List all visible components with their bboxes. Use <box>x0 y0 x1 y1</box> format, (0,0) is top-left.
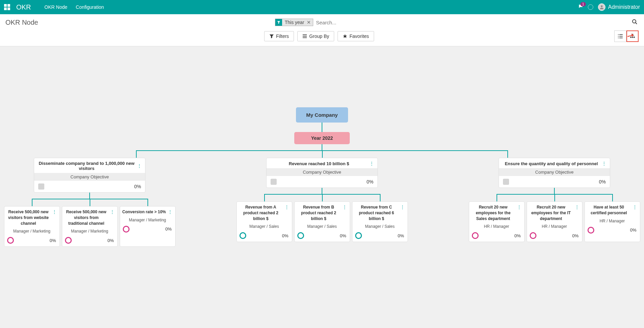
app-name[interactable]: OKR <box>16 3 31 11</box>
key-result-card[interactable]: Revenue from C product reached 6 billion… <box>352 201 408 242</box>
activity-icon[interactable] <box>588 4 593 10</box>
favorites-button[interactable]: Favorites <box>338 31 374 41</box>
key-result-card[interactable]: Conversion rate > 10% ⋮ Manager / Market… <box>120 206 176 247</box>
filter-tag-label: This year <box>282 19 306 26</box>
svg-rect-14 <box>632 37 633 38</box>
svg-rect-5 <box>303 38 307 38</box>
filters-button[interactable]: Filters <box>264 31 294 41</box>
svg-line-2 <box>636 23 637 24</box>
svg-rect-4 <box>303 36 307 37</box>
objective-title: Disseminate company brand to 1,000,000 n… <box>38 161 136 171</box>
owner-avatar-icon <box>38 183 44 190</box>
topbar-right: 1 Administrator <box>578 3 640 11</box>
groupby-button[interactable]: Group By <box>297 31 334 41</box>
owner-avatar-icon <box>239 232 246 239</box>
kebab-menu-icon[interactable]: ⋮ <box>136 163 143 169</box>
objective-progress: 0% <box>134 184 141 189</box>
key-result-owner: HR / Manager <box>469 223 524 230</box>
control-panel: OKR Node This year ✕ Filters Group <box>0 14 644 46</box>
key-result-card[interactable]: Receive 500,000 new visitors from websit… <box>4 206 60 247</box>
kebab-menu-icon[interactable]: ⋮ <box>600 161 608 166</box>
owner-avatar-icon <box>472 232 479 239</box>
key-result-progress: 0% <box>108 238 114 243</box>
objective-progress: 0% <box>599 179 606 184</box>
hierarchy-view-button[interactable] <box>626 30 639 42</box>
root-node[interactable]: My Company <box>296 107 348 123</box>
chat-icon[interactable]: 1 <box>578 4 583 10</box>
key-result-card[interactable]: Have at least 50 certified personnel ⋮ H… <box>584 201 640 242</box>
key-result-title: Recruit 20 new employees for the IT depa… <box>529 204 573 221</box>
kebab-menu-icon[interactable]: ⋮ <box>631 204 639 216</box>
key-result-progress: 0% <box>50 238 56 243</box>
svg-rect-12 <box>632 34 633 35</box>
key-result-progress: 0% <box>165 226 172 232</box>
kebab-menu-icon[interactable]: ⋮ <box>341 204 348 221</box>
objective-subtitle: Company Objective <box>499 168 610 176</box>
key-result-title: Receive 500,000 new visitors from tradit… <box>64 209 109 226</box>
key-result-progress: 0% <box>572 233 579 238</box>
key-result-card[interactable]: Revenue from A product reached 2 billion… <box>236 201 292 242</box>
kebab-menu-icon[interactable]: ⋮ <box>109 209 116 226</box>
search-filter-tag[interactable]: This year ✕ <box>275 19 314 26</box>
user-avatar-icon <box>598 3 605 11</box>
key-result-card[interactable]: Recruit 20 new employees for the Sales d… <box>469 201 525 242</box>
svg-rect-10 <box>618 38 619 38</box>
search-icon[interactable] <box>630 18 639 27</box>
svg-rect-9 <box>619 36 623 37</box>
key-result-owner: Manager / Marketing <box>4 227 60 235</box>
key-result-title: Conversion rate > 10% <box>122 209 166 215</box>
groupby-label: Group By <box>309 34 329 39</box>
objective-subtitle: Company Objective <box>267 168 377 176</box>
year-node[interactable]: Year 2022 <box>294 132 350 144</box>
key-result-card[interactable]: Receive 500,000 new visitors from tradit… <box>62 206 118 247</box>
key-result-owner: Manager / Sales <box>295 223 350 230</box>
kebab-menu-icon[interactable]: ⋮ <box>399 204 406 221</box>
list-view-button[interactable] <box>614 30 626 42</box>
key-result-owner: HR / Manager <box>527 223 582 230</box>
tree-canvas[interactable]: My Company Year 2022 Disseminate company… <box>0 46 644 283</box>
filter-icon <box>275 19 282 26</box>
svg-rect-8 <box>618 36 619 37</box>
objective-title: Ensure the quantity and quality of perso… <box>502 161 600 166</box>
search-input[interactable] <box>313 18 455 27</box>
key-result-progress: 0% <box>398 233 404 238</box>
search-area: This year ✕ <box>275 18 639 27</box>
menu-okr-node[interactable]: OKR Node <box>44 4 67 10</box>
key-result-card[interactable]: Recruit 20 new employees for the IT depa… <box>527 201 582 242</box>
objective-card[interactable]: Disseminate company brand to 1,000,000 n… <box>34 158 145 193</box>
owner-avatar-icon <box>65 237 72 244</box>
key-result-title: Revenue from B product reached 2 billion… <box>297 204 341 221</box>
filter-tag-remove[interactable]: ✕ <box>306 19 313 26</box>
owner-avatar-icon <box>355 232 362 239</box>
breadcrumb[interactable]: OKR Node <box>5 19 38 26</box>
key-result-owner: Manager / Sales <box>352 223 408 230</box>
kebab-menu-icon[interactable]: ⋮ <box>368 161 375 166</box>
user-name: Administrator <box>608 4 640 10</box>
owner-avatar-icon <box>503 179 509 185</box>
apps-icon[interactable] <box>4 4 10 10</box>
objective-card[interactable]: Ensure the quantity and quality of perso… <box>499 158 610 188</box>
kebab-menu-icon[interactable]: ⋮ <box>515 204 523 221</box>
svg-point-1 <box>632 20 636 23</box>
objective-progress: 0% <box>367 179 373 184</box>
kebab-menu-icon[interactable]: ⋮ <box>573 204 581 221</box>
key-result-title: Have at least 50 certified personnel <box>587 204 631 216</box>
objective-card[interactable]: Revenue reached 10 billion $ ⋮ Company O… <box>266 158 378 188</box>
topbar: OKR OKR Node Configuration 1 Administrat… <box>0 0 644 14</box>
chat-badge: 1 <box>580 2 586 6</box>
kebab-menu-icon[interactable]: ⋮ <box>51 209 58 226</box>
user-menu[interactable]: Administrator <box>598 3 640 11</box>
filters-label: Filters <box>276 34 289 39</box>
owner-avatar-icon <box>297 232 304 239</box>
svg-rect-3 <box>303 35 307 35</box>
key-result-owner: Manager / Marketing <box>120 216 175 224</box>
key-result-progress: 0% <box>630 227 637 233</box>
objective-subtitle: Company Objective <box>34 173 145 181</box>
key-result-progress: 0% <box>514 233 521 238</box>
key-result-card[interactable]: Revenue from B product reached 2 billion… <box>294 201 350 242</box>
menu-configuration[interactable]: Configuration <box>76 4 104 10</box>
key-result-owner: Manager / Sales <box>237 223 292 230</box>
kebab-menu-icon[interactable]: ⋮ <box>166 209 174 215</box>
svg-point-0 <box>601 5 602 7</box>
kebab-menu-icon[interactable]: ⋮ <box>283 204 291 221</box>
